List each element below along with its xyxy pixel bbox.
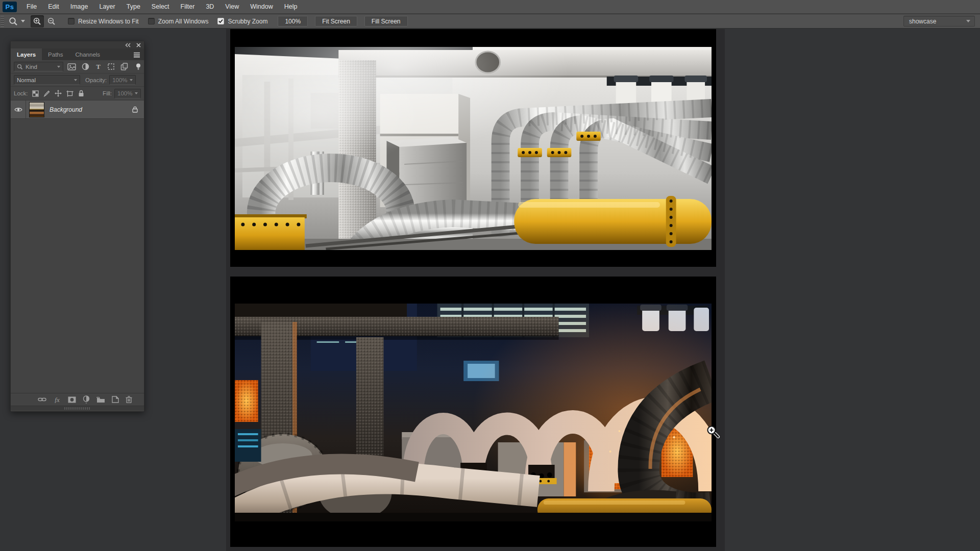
link-layers-icon[interactable] [38,397,46,402]
lock-pixels-icon[interactable] [43,90,50,97]
lock-label: Lock: [14,90,28,96]
filter-adjustment-layers-icon[interactable] [82,63,89,70]
menu-window[interactable]: Window [244,0,278,14]
lock-fill-row: Lock: [11,87,144,101]
lock-artboard-icon[interactable] [66,90,74,97]
layer-list-empty-area [11,119,144,393]
menu-file[interactable]: File [21,0,42,14]
filter-type-layers-icon[interactable]: T [95,63,102,70]
tab-layers[interactable]: Layers [11,48,42,60]
filter-toggle-icon[interactable] [136,63,141,70]
blend-mode-value: Normal [17,77,36,83]
resize-windows-label: Resize Windows to Fit [78,18,139,25]
panel-menu-icon[interactable] [133,52,140,58]
tab-channels[interactable]: Channels [69,48,107,60]
search-icon [17,64,23,70]
menu-bar: Ps File Edit Image Layer Type Select Fil… [0,0,980,14]
menu-3d[interactable]: 3D [200,0,219,14]
options-bar-grip[interactable] [1,16,4,27]
lock-all-icon[interactable] [78,90,84,97]
layer-thumbnail[interactable] [29,102,44,117]
scrubby-zoom-label: Scrubby Zoom [228,18,267,25]
menu-edit[interactable]: Edit [42,0,65,14]
filter-kind-select[interactable]: Kind [14,62,63,71]
menu-view[interactable]: View [219,0,244,14]
zoom-100-button[interactable]: 100% [278,16,308,27]
fill-screen-button[interactable]: Fill Screen [364,16,408,27]
document-pasteboard [226,29,725,551]
tool-options-bar: Resize Windows to Fit Zoom All Windows S… [0,14,980,29]
filter-shape-layers-icon[interactable] [107,63,115,70]
document-canvas-day[interactable] [230,29,716,267]
layer-visibility-toggle[interactable] [11,101,26,119]
panel-header [11,41,144,48]
svg-text:T: T [96,63,101,70]
workspace-selector[interactable]: showcase [903,16,975,27]
photoshop-window: Ps File Edit Image Layer Type Select Fil… [0,0,980,551]
opacity-select[interactable]: 100% [109,75,136,85]
fill-label: Fill: [103,90,112,96]
zoom-all-windows-label: Zoom All Windows [158,18,209,25]
filter-kind-value: Kind [26,64,37,70]
layers-panel-footer: fx [11,393,144,406]
zoom-tool-icon [8,16,18,27]
filter-kind-chevron-icon [57,66,60,68]
opacity-label: Opacity: [85,77,107,83]
new-layer-icon[interactable] [112,396,119,403]
filter-pixel-layers-icon[interactable] [67,63,76,70]
add-layer-mask-icon[interactable] [68,396,76,403]
layers-panel: Layers Paths Channels Kind [10,41,144,412]
workspace-chevron-icon [966,20,970,22]
panel-resize-grip[interactable] [11,406,144,411]
zoom-out-icon [47,17,56,26]
scrubby-zoom-checkbox[interactable] [217,18,224,24]
zoom-out-button[interactable] [45,15,58,28]
delete-layer-icon[interactable] [126,396,132,403]
close-panel-icon[interactable] [136,43,141,47]
checkmark-icon [218,18,224,24]
resize-windows-checkbox[interactable] [68,18,75,24]
opacity-chevron-icon [130,79,133,81]
document-canvas-night[interactable] [230,277,716,547]
scrubby-zoom-checkbox-group[interactable]: Scrubby Zoom [217,18,267,25]
fill-select[interactable]: 100% [114,89,141,98]
tool-preset-chevron-icon [21,20,25,22]
lock-transparency-icon[interactable] [32,90,39,97]
zoom-all-windows-checkbox-group[interactable]: Zoom All Windows [148,18,209,25]
layer-style-fx-icon[interactable]: fx [53,396,61,403]
collapse-panel-icon[interactable] [125,43,131,47]
layer-name[interactable]: Background [50,106,82,113]
menu-image[interactable]: Image [65,0,94,14]
layer-row-background[interactable]: Background [11,101,144,119]
zoom-cursor-icon [706,425,720,439]
layer-locked-icon [132,106,138,113]
canvas-photo-day [235,47,712,250]
zoom-tool-preset[interactable] [8,16,25,27]
resize-windows-checkbox-group[interactable]: Resize Windows to Fit [68,18,139,25]
filter-smart-objects-icon[interactable] [120,63,128,70]
svg-text:fx: fx [55,396,60,403]
blend-opacity-row: Normal Opacity: 100% [11,73,144,87]
fill-value: 100% [117,90,132,96]
panel-tab-bar: Layers Paths Channels [11,48,144,60]
menu-help[interactable]: Help [279,0,303,14]
menu-type[interactable]: Type [121,0,146,14]
tab-paths[interactable]: Paths [42,48,69,60]
zoom-in-icon [33,17,42,26]
canvas-photo-night [235,304,712,521]
lock-position-icon[interactable] [55,90,62,97]
new-group-icon[interactable] [96,396,105,403]
blend-mode-select[interactable]: Normal [14,75,80,85]
zoom-in-button[interactable] [31,15,44,28]
layer-filter-row: Kind T [11,60,144,73]
menu-filter[interactable]: Filter [175,0,201,14]
canvas-workspace: Layers Paths Channels Kind [0,29,980,551]
zoom-all-windows-checkbox[interactable] [148,18,155,24]
opacity-value: 100% [112,77,127,83]
fit-screen-button[interactable]: Fit Screen [315,16,357,27]
menu-layer[interactable]: Layer [93,0,120,14]
photoshop-logo-icon: Ps [3,2,17,12]
grip-dots [64,407,91,410]
menu-select[interactable]: Select [146,0,175,14]
new-adjustment-layer-icon[interactable] [83,395,90,404]
